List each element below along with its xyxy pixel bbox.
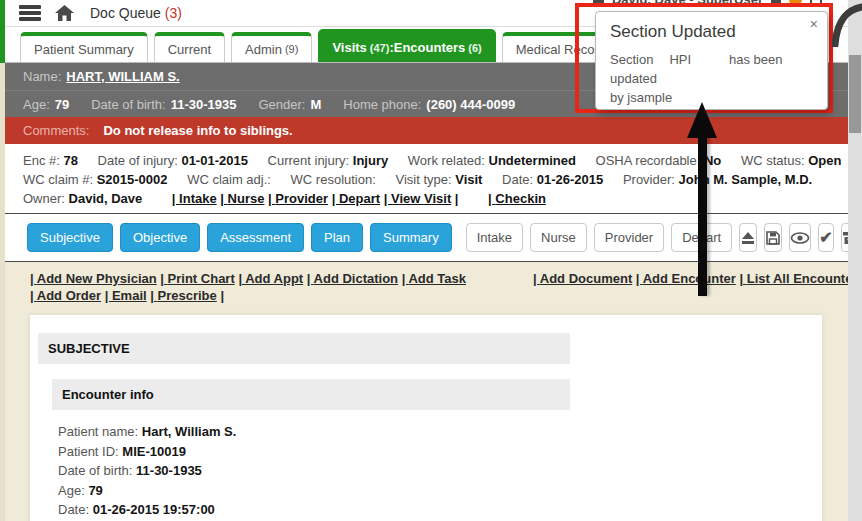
field-age: Age: 79 (58, 481, 822, 501)
add-document-link[interactable]: Add Document (533, 271, 632, 286)
queue-count-badge: (3) (165, 5, 182, 21)
view-visit-link[interactable]: View Visit (384, 191, 451, 206)
doc-queue-screen: Doc Queue (3) David, Dave - SuperUser Pa… (0, 0, 862, 521)
add-encounter-link[interactable]: Add Encounter (636, 271, 736, 286)
left-accent-strip-bottom (0, 63, 5, 521)
popup-body: SectionHPIhas been updated by jsample (610, 50, 815, 107)
annotation-highlight-box: Section Updated × SectionHPIhas been upd… (575, 3, 833, 113)
add-task-link[interactable]: Add Task (402, 271, 466, 286)
nurse-button[interactable]: Nurse (530, 223, 587, 252)
field-patient-name: Patient name: Hart, William S. (58, 422, 822, 442)
comments-value: Do not release info to siblings. (103, 123, 292, 138)
provider-link[interactable]: Provider (268, 191, 328, 206)
print-chart-link[interactable]: Print Chart (160, 271, 234, 286)
list-all-encounters-link[interactable]: List All Encounters (739, 271, 862, 286)
gender-label: Gender: (258, 97, 305, 112)
annotation-arrow-head (687, 102, 717, 138)
phone-value: (260) 444-0099 (426, 97, 515, 112)
subjective-section-header: SUBJECTIVE (38, 333, 570, 364)
add-order-link[interactable]: Add Order (30, 288, 101, 303)
scrollbar-thumb[interactable] (849, 55, 861, 133)
page-title: Doc Queue (90, 5, 161, 21)
tab-admin[interactable]: Admin(9) (231, 32, 312, 62)
encounter-info-fields: Patient name: Hart, William S. Patient I… (58, 422, 822, 521)
field-patient-id: Patient ID: MIE-10019 (58, 442, 822, 462)
owner-label: Owner: (23, 191, 65, 206)
left-accent-strip-top (0, 0, 5, 63)
eject-icon[interactable] (739, 223, 757, 252)
encounter-info-section: Enc #: 78 Date of injury: 01-01-2015 Cur… (5, 144, 848, 214)
tab-visits-encounters[interactable]: Visits(47):Encounters(6) (318, 29, 495, 62)
dob-label: Date of birth: (91, 97, 165, 112)
home-icon[interactable] (55, 5, 74, 22)
dob-value: 11-30-1935 (171, 97, 237, 112)
vertical-scrollbar[interactable] (848, 0, 862, 521)
intake-button[interactable]: Intake (466, 223, 523, 252)
checkin-link[interactable]: Checkin (488, 191, 546, 206)
encounter-row-1: Enc #: 78 Date of injury: 01-01-2015 Cur… (23, 151, 848, 170)
chart-content-area: Add New Physician Print Chart Add Appt A… (5, 262, 848, 521)
plan-button[interactable]: Plan (311, 223, 363, 252)
depart-link[interactable]: Depart (332, 191, 380, 206)
patient-name-link[interactable]: HART, WILLIAM S. (66, 69, 179, 84)
email-link[interactable]: Email (105, 288, 147, 303)
popup-title: Section Updated (610, 22, 815, 42)
assessment-button[interactable]: Assessment (207, 223, 304, 252)
comments-label: Comments: (23, 123, 89, 138)
annotation-arrow-shaft (698, 136, 707, 296)
owner-value: David, Dave (69, 191, 143, 206)
phone-label: Home phone: (343, 97, 421, 112)
nurse-link[interactable]: Nurse (220, 191, 264, 206)
comments-alert-bar: Comments: Do not release info to sibling… (5, 117, 848, 144)
action-links-row-2: Add Order Email Prescribe | (30, 287, 848, 304)
field-date: Date: 01-26-2015 19:57:00 (58, 500, 822, 520)
note-toolbar: Subjective Objective Assessment Plan Sum… (5, 214, 848, 262)
prescribe-link[interactable]: Prescribe (150, 288, 217, 303)
cursor-icon (832, 3, 862, 47)
age-label: Age: (23, 97, 50, 112)
name-label: Name: (23, 69, 61, 84)
intake-link[interactable]: Intake (172, 191, 217, 206)
age-value: 79 (55, 97, 69, 112)
encounter-stage-links: Intake Nurse Provider Depart View Visit … (172, 191, 546, 206)
check-icon[interactable]: ✔ (818, 223, 833, 252)
subjective-button[interactable]: Subjective (27, 223, 113, 252)
encounter-info-header: Encounter info (52, 379, 570, 410)
gender-value: M (310, 97, 321, 112)
save-icon[interactable] (764, 223, 782, 252)
close-icon[interactable]: × (810, 17, 818, 31)
provider-button[interactable]: Provider (594, 223, 664, 252)
add-new-physician-link[interactable]: Add New Physician (30, 271, 157, 286)
hamburger-menu-icon[interactable] (19, 5, 41, 21)
note-panel: SUBJECTIVE Encounter info Patient name: … (30, 315, 822, 521)
preview-eye-icon[interactable] (789, 223, 811, 252)
summary-button[interactable]: Summary (370, 223, 452, 252)
encounter-row-3: Owner: David, Dave Intake Nurse Provider… (23, 189, 848, 208)
section-updated-popup: Section Updated × SectionHPIhas been upd… (595, 11, 828, 110)
add-appt-link[interactable]: Add Appt (238, 271, 303, 286)
field-dob: Date of birth: 11-30-1935 (58, 461, 822, 481)
tab-current[interactable]: Current (154, 32, 225, 62)
add-dictation-link[interactable]: Add Dictation (307, 271, 398, 286)
tab-patient-summary[interactable]: Patient Summary (20, 32, 148, 62)
objective-button[interactable]: Objective (120, 223, 200, 252)
encounter-row-2: WC claim #: S2015-0002 WC claim adj.: WC… (23, 170, 848, 189)
